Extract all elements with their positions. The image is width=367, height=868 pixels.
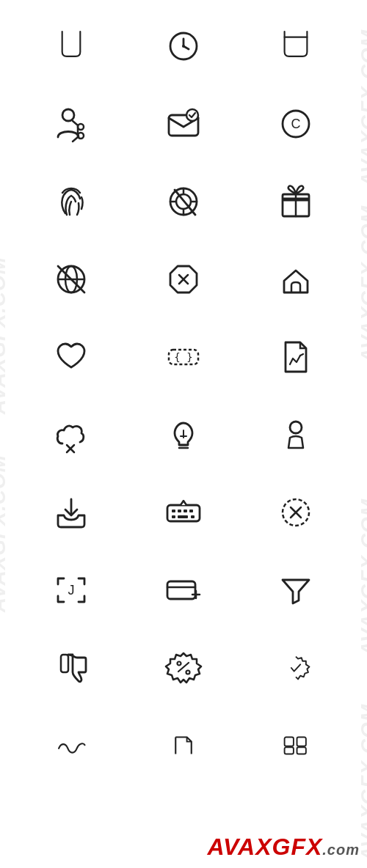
svg-point-10 xyxy=(186,109,198,121)
svg-rect-61 xyxy=(285,747,294,754)
svg-rect-44 xyxy=(172,515,175,518)
svg-rect-60 xyxy=(297,737,306,746)
icons-grid: C xyxy=(0,0,367,792)
person-icon xyxy=(266,409,325,460)
svg-rect-59 xyxy=(285,737,294,746)
user-scissors-icon xyxy=(42,98,101,150)
x-octagon-icon xyxy=(154,254,213,305)
percent-badge-icon xyxy=(154,642,213,694)
mail-check-icon xyxy=(154,98,213,150)
svg-line-7 xyxy=(73,137,78,141)
svg-rect-62 xyxy=(297,747,306,754)
house-icon xyxy=(266,254,325,305)
download-inbox-icon xyxy=(42,487,101,538)
icon-row-9 xyxy=(15,629,352,707)
svg-text:{  }: { } xyxy=(174,351,192,363)
brand-watermark: AVAXGFX.com xyxy=(207,834,360,861)
icon-row-4 xyxy=(15,240,352,318)
lightbulb-icon xyxy=(154,409,213,460)
icon-row-1 xyxy=(15,7,352,85)
svg-rect-41 xyxy=(178,510,181,512)
svg-rect-51 xyxy=(167,581,195,599)
copyright-icon: C xyxy=(266,98,325,150)
svg-line-6 xyxy=(73,121,78,125)
svg-point-1 xyxy=(182,45,185,48)
cloud-x-icon xyxy=(42,409,101,460)
partial-wave-icon xyxy=(42,720,101,771)
fingerprint-icon xyxy=(42,176,101,227)
icon-row-10 xyxy=(15,707,352,784)
icon-row-8: J xyxy=(15,551,352,629)
filter-icon xyxy=(266,564,325,616)
keyboard-icon xyxy=(154,487,213,538)
icon-row-5: { } xyxy=(15,318,352,396)
globe-slash-icon xyxy=(42,254,101,305)
thumb-down-icon xyxy=(42,642,101,694)
svg-point-3 xyxy=(62,109,74,121)
partial-rect-icon xyxy=(42,21,101,72)
x-circle-dashed-icon xyxy=(266,487,325,538)
code-brackets-icon: { } xyxy=(154,331,213,383)
icon-row-2: C xyxy=(15,85,352,163)
icon-row-7 xyxy=(15,474,352,551)
partial-file-icon xyxy=(154,720,213,771)
svg-text:C: C xyxy=(291,117,301,131)
svg-point-58 xyxy=(186,671,189,674)
circle-timer-icon xyxy=(154,21,213,72)
icon-row-3 xyxy=(15,163,352,240)
heart-icon xyxy=(42,331,101,383)
svg-rect-40 xyxy=(172,510,175,512)
target-slash-icon xyxy=(154,176,213,227)
svg-point-57 xyxy=(177,662,181,666)
svg-rect-39 xyxy=(167,505,200,521)
svg-rect-46 xyxy=(191,515,195,518)
gift-icon xyxy=(266,176,325,227)
partial-box-icon xyxy=(266,21,325,72)
svg-point-37 xyxy=(290,422,302,433)
partial-grid-icon xyxy=(266,720,325,771)
svg-rect-45 xyxy=(178,515,188,518)
icon-row-6 xyxy=(15,396,352,474)
svg-rect-42 xyxy=(184,510,187,512)
scan-id-icon: J xyxy=(42,564,101,616)
svg-text:J: J xyxy=(68,583,74,597)
partial-check-badge-icon xyxy=(266,642,325,694)
card-plus-icon xyxy=(154,564,213,616)
svg-rect-55 xyxy=(61,655,68,672)
svg-rect-43 xyxy=(189,510,193,512)
file-chart-icon xyxy=(266,331,325,383)
